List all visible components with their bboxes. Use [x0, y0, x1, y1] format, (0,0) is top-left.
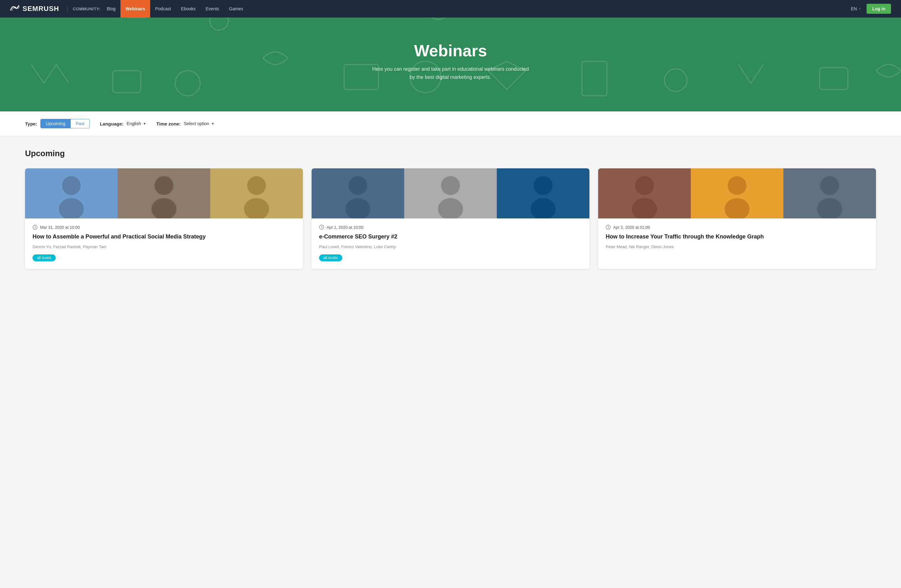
language-filter-label: Language:: [100, 121, 123, 126]
card-2-speakers: Paul Lovell, Franco Valentino, Luke Cart…: [319, 244, 582, 250]
login-button[interactable]: Log in: [867, 4, 891, 14]
card-2-date: Apr 1, 2020 at 10:00: [319, 225, 582, 230]
nav-ebooks[interactable]: Ebooks: [176, 0, 201, 17]
type-past-button[interactable]: Past: [70, 119, 89, 128]
card-1-speaker-1-image: [25, 168, 118, 218]
clock-icon-3: [606, 225, 611, 230]
section-title: Upcoming: [25, 149, 876, 158]
type-filter-group: Type: Upcoming Past: [25, 119, 90, 128]
svg-point-23: [62, 176, 81, 195]
logo-icon: [10, 5, 20, 13]
community-label: COMMUNITY:: [73, 6, 101, 11]
svg-point-41: [534, 176, 552, 195]
nav-events[interactable]: Events: [201, 0, 224, 17]
card-3-date-text: Apr 2, 2020 at 01:00: [613, 225, 650, 230]
nav-podcast[interactable]: Podcast: [150, 0, 176, 17]
nav-webinars[interactable]: Webinars: [120, 0, 150, 17]
svg-point-35: [349, 176, 367, 195]
webinar-cards-grid: Mar 31, 2020 at 10:00 How to Assemble a …: [25, 168, 876, 269]
card-1-tag: all levels: [33, 254, 56, 261]
card-3-images: [598, 168, 876, 218]
svg-point-38: [441, 176, 460, 195]
lang-chevron-icon: ▼: [858, 7, 862, 11]
svg-point-53: [820, 176, 839, 195]
card-2-tag: all levels: [319, 254, 342, 261]
svg-rect-13: [582, 61, 607, 96]
card-3-body: Apr 2, 2020 at 01:00 How to Increase You…: [598, 218, 876, 262]
card-3-date: Apr 2, 2020 at 01:00: [606, 225, 868, 230]
language-value: English: [127, 121, 141, 126]
svg-line-45: [322, 227, 323, 228]
card-1-speaker-3-image: [210, 168, 303, 218]
card-1-images: [25, 168, 303, 218]
webinar-card-3[interactable]: Apr 2, 2020 at 01:00 How to Increase You…: [598, 168, 876, 269]
hero-section: Webinars Here you can register and take …: [0, 17, 901, 111]
navbar: SEMRUSH | COMMUNITY: Blog Webinars Podca…: [0, 0, 901, 17]
logo[interactable]: SEMRUSH: [10, 5, 59, 13]
card-2-speaker-1-image: [312, 168, 404, 218]
type-button-group: Upcoming Past: [41, 119, 90, 128]
svg-line-57: [608, 227, 609, 228]
clock-icon: [33, 225, 37, 230]
nav-right: EN ▼ Log in: [851, 4, 891, 14]
svg-point-5: [427, 17, 449, 19]
card-3-title: How to Increase Your Traffic through the…: [606, 233, 868, 241]
card-1-speakers: Dennis Yu, Farzad Rashidi, Payman Taei: [33, 244, 295, 250]
timezone-select[interactable]: Select option ▼: [184, 121, 215, 126]
card-1-date-text: Mar 31, 2020 at 10:00: [40, 225, 80, 230]
timezone-value: Select option: [184, 121, 209, 126]
filters-bar: Type: Upcoming Past Language: English ▼ …: [0, 111, 901, 136]
card-3-speaker-1-image: [598, 168, 691, 218]
svg-point-47: [635, 176, 654, 195]
card-3-speaker-3-image: [783, 168, 876, 218]
card-1-title: How to Assemble a Powerful and Practical…: [33, 233, 295, 241]
card-3-speakers: Peter Mead, Nik Ranger, Dixon Jones: [606, 244, 868, 250]
card-1-body: Mar 31, 2020 at 10:00 How to Assemble a …: [25, 218, 303, 269]
hero-subtitle: Here you can register and take part in e…: [369, 65, 532, 81]
card-2-date-text: Apr 1, 2020 at 10:00: [327, 225, 363, 230]
webinar-card-1[interactable]: Mar 31, 2020 at 10:00 How to Assemble a …: [25, 168, 303, 269]
language-selector[interactable]: EN ▼: [851, 6, 862, 11]
language-chevron-icon: ▼: [143, 122, 147, 125]
svg-point-10: [175, 71, 200, 96]
svg-point-14: [664, 69, 687, 91]
logo-text: SEMRUSH: [23, 5, 59, 13]
timezone-filter-group: Time zone: Select option ▼: [156, 121, 215, 126]
lang-label: EN: [851, 6, 857, 11]
card-2-title: e-Commerce SEO Surgery #2: [319, 233, 582, 241]
nav-links: Blog Webinars Podcast Ebooks Events Game…: [102, 0, 851, 17]
timezone-chevron-icon: ▼: [211, 122, 215, 125]
card-2-images: [312, 168, 589, 218]
timezone-filter-label: Time zone:: [156, 121, 181, 126]
svg-point-26: [154, 176, 173, 195]
language-select[interactable]: English ▼: [127, 121, 147, 126]
svg-point-50: [728, 176, 747, 195]
svg-rect-15: [820, 68, 848, 89]
card-3-speaker-2-image: [691, 168, 783, 218]
nav-games[interactable]: Games: [224, 0, 248, 17]
webinar-card-2[interactable]: Apr 1, 2020 at 10:00 e-Commerce SEO Surg…: [312, 168, 589, 269]
language-filter-group: Language: English ▼: [100, 121, 147, 126]
card-2-speaker-3-image: [497, 168, 589, 218]
hero-title: Webinars: [414, 41, 487, 60]
nav-blog[interactable]: Blog: [102, 0, 120, 17]
clock-icon-2: [319, 225, 324, 230]
svg-point-3: [210, 17, 228, 30]
card-1-date: Mar 31, 2020 at 10:00: [33, 225, 295, 230]
nav-divider: |: [67, 6, 68, 11]
type-filter-label: Type:: [25, 121, 37, 126]
svg-point-29: [247, 176, 266, 195]
svg-rect-9: [113, 71, 141, 93]
card-2-speaker-2-image: [404, 168, 497, 218]
hero-background-doodles: [0, 17, 901, 111]
svg-point-0: [14, 6, 16, 8]
main-content: Upcoming: [0, 136, 901, 288]
type-upcoming-button[interactable]: Upcoming: [41, 119, 70, 128]
card-2-body: Apr 1, 2020 at 10:00 e-Commerce SEO Surg…: [312, 218, 589, 269]
card-1-speaker-2-image: [118, 168, 210, 218]
svg-line-33: [35, 227, 36, 228]
